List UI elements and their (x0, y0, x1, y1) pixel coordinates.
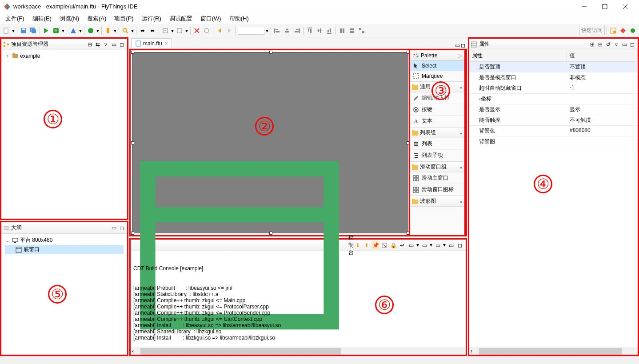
same-size-icon[interactable] (357, 26, 366, 35)
scroll-lock-icon[interactable]: 🔒 (389, 241, 397, 249)
menu-search[interactable]: 搜索(A) (84, 13, 110, 24)
dropdown-icon[interactable]: ▾ (79, 27, 82, 34)
quick-access-field[interactable]: 快速访问 (579, 26, 605, 35)
maximize-panel-icon[interactable]: ◻ (118, 224, 125, 232)
palette-expand-icon[interactable]: ▷ (458, 52, 462, 59)
dropdown-icon[interactable]: ▾ (416, 241, 419, 248)
close-button[interactable] (615, 0, 635, 13)
zoom-combo[interactable] (238, 27, 264, 35)
next-annotation-icon[interactable] (161, 26, 170, 35)
console-output[interactable]: CDT Build Console [example] [armeabi] Pr… (131, 251, 466, 348)
palette-slide-icon[interactable]: 滑动窗口图标 (410, 184, 464, 196)
debug-perspective-icon[interactable] (628, 26, 637, 35)
palette-group-common[interactable]: 通用 ⬥ (410, 81, 464, 92)
view-menu-icon[interactable]: ▿ (102, 41, 109, 48)
pin-icon[interactable]: 📌 (371, 241, 379, 249)
property-value[interactable]: 非模态 (567, 72, 638, 83)
palette-list[interactable]: 列表 (410, 138, 464, 150)
align-right-icon[interactable] (292, 26, 301, 35)
property-row[interactable]: ›坐标 (469, 94, 638, 104)
dropdown-icon[interactable]: ▾ (61, 27, 65, 34)
align-top-icon[interactable] (305, 26, 314, 35)
property-value[interactable]: 不可触摸 (567, 115, 638, 125)
minimize-panel-icon[interactable]: ▭ (455, 42, 460, 48)
down-arrow-icon[interactable]: ⬇ (354, 241, 362, 249)
globe-icon[interactable] (86, 26, 95, 35)
palette-button[interactable]: 按键 (410, 104, 464, 116)
property-row[interactable]: 是否置顶不置顶 (469, 62, 638, 72)
dropdown-icon[interactable]: ▾ (265, 27, 269, 34)
save-icon[interactable] (19, 26, 28, 35)
minimize-panel-icon[interactable]: ▭ (447, 241, 455, 249)
editor-tab-main[interactable]: main.ftu × (131, 38, 172, 48)
next-edit-icon[interactable]: ⬌ (148, 26, 157, 35)
maximize-panel-icon[interactable]: ◻ (118, 41, 125, 48)
maximize-panel-icon[interactable]: ◻ (629, 41, 636, 48)
prev-edit-icon[interactable]: ⬌ (138, 26, 147, 35)
dropdown-icon[interactable]: ▾ (443, 241, 446, 248)
dropdown-icon[interactable]: ▾ (171, 27, 174, 34)
minimize-panel-icon[interactable]: ▭ (110, 224, 117, 232)
restore-default-icon[interactable]: ↺ (605, 41, 612, 48)
search-icon[interactable] (121, 26, 130, 35)
minimize-panel-icon[interactable]: ▭ (621, 41, 628, 48)
view-menu-icon[interactable]: ▿ (613, 41, 620, 48)
dropdown-icon[interactable]: ▾ (131, 27, 134, 34)
same-height-icon[interactable] (347, 26, 356, 35)
forward-icon[interactable] (225, 26, 234, 35)
property-row[interactable]: 是否显示显示 (469, 104, 638, 115)
up-arrow-icon[interactable]: ⬆ (363, 241, 371, 249)
menu-debug-config[interactable]: 调试配置 (166, 13, 196, 24)
palette-marquee-tool[interactable]: Marquee (410, 71, 464, 81)
dropdown-icon[interactable]: ▾ (113, 27, 117, 34)
property-value[interactable] (567, 136, 638, 147)
save-all-icon[interactable] (29, 26, 38, 35)
outline-platform-item[interactable]: ⌄ 平台 800x480 (5, 236, 124, 245)
palette-slide-main[interactable]: 滑动主窗口 (410, 172, 464, 184)
property-value[interactable]: -1 (567, 83, 638, 93)
open-type-icon[interactable] (202, 26, 211, 35)
collapse-all-icon[interactable]: ⊟ (86, 41, 93, 48)
dropdown-icon[interactable]: ▾ (429, 241, 433, 248)
open-console-icon[interactable]: ▭ (420, 241, 428, 249)
property-row[interactable]: 能否触摸不可触摸 (469, 115, 638, 126)
minimize-button[interactable] (574, 0, 595, 13)
property-value[interactable]: 不置顶 (567, 62, 638, 72)
new-icon[interactable] (2, 26, 11, 35)
property-row[interactable]: 背景色#808080 (469, 126, 638, 136)
stop-icon[interactable] (192, 26, 201, 35)
marker-icon[interactable] (69, 26, 78, 35)
outline-window-item[interactable]: 底窗口 (5, 245, 124, 254)
align-bottom-icon[interactable] (325, 26, 334, 35)
property-row[interactable]: 背景图 (469, 136, 638, 147)
menu-window[interactable]: 窗口(W) (197, 13, 225, 24)
close-tab-icon[interactable]: × (165, 40, 168, 47)
dropdown-icon[interactable]: ▾ (96, 27, 100, 34)
expand-icon[interactable]: › (5, 53, 10, 59)
link-editor-icon[interactable]: ⇆ (94, 41, 101, 48)
align-middle-icon[interactable] (315, 26, 324, 35)
menu-file[interactable]: 文件(F) (2, 13, 28, 24)
palette-list-sub[interactable]: 列表子项 (410, 150, 464, 161)
new-console-icon[interactable]: ▭ (434, 241, 442, 249)
property-value[interactable]: 显示 (567, 104, 638, 115)
props-scrollbar[interactable]: ‹ (469, 348, 638, 355)
menu-browse[interactable]: 浏览(N) (56, 13, 83, 24)
maximize-panel-icon[interactable]: ◻ (456, 241, 464, 249)
menu-edit[interactable]: 编辑(E) (29, 13, 55, 24)
clear-console-icon[interactable] (380, 241, 388, 249)
palette-edit-input[interactable]: 编辑/输入框 (410, 92, 464, 104)
palette-select-tool[interactable]: Select (410, 61, 464, 71)
prop-col-key[interactable]: 属性 (469, 50, 567, 61)
advanced-icon[interactable]: ⊟ (597, 41, 604, 48)
maximize-panel-icon[interactable]: ◻ (461, 42, 465, 48)
property-value[interactable]: #808080 (567, 126, 638, 136)
flashlight-icon[interactable] (104, 26, 112, 35)
align-left-icon[interactable] (273, 26, 282, 35)
open-perspective-icon[interactable] (609, 26, 618, 35)
collapse-icon[interactable]: ⌄ (5, 237, 10, 244)
property-row[interactable]: 超时自动隐藏窗口-1 (469, 83, 638, 94)
console-scrollbar[interactable]: ‹ (131, 348, 466, 355)
prev-annotation-icon[interactable] (175, 26, 184, 35)
back-icon[interactable] (215, 26, 224, 35)
